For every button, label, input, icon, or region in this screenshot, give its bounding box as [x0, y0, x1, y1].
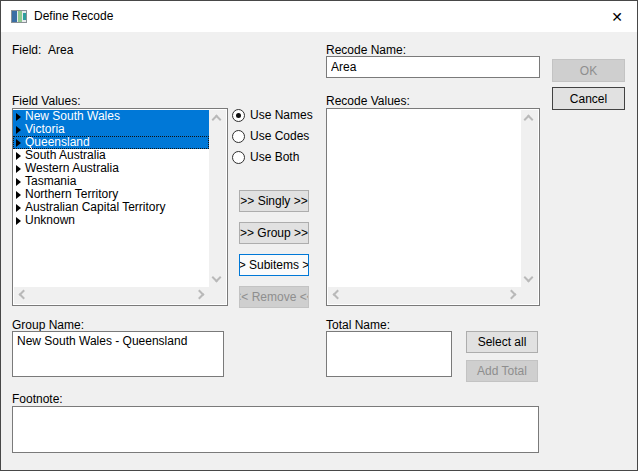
- radio-use-codes[interactable]: Use Codes: [232, 128, 309, 144]
- window-title: Define Recode: [34, 9, 113, 24]
- field-values-label: Field Values:: [12, 94, 80, 109]
- scroll-up-icon[interactable]: [524, 115, 534, 125]
- field-label: Field:: [12, 43, 41, 58]
- item-arrow-icon: [16, 139, 21, 147]
- list-item[interactable]: Australian Capital Territory: [13, 201, 209, 214]
- horizontal-scrollbar[interactable]: [14, 287, 209, 304]
- list-item[interactable]: Queensland: [13, 136, 209, 149]
- cancel-button[interactable]: Cancel: [552, 87, 625, 110]
- group-button[interactable]: >> Group >>: [239, 222, 309, 244]
- scroll-down-icon[interactable]: [524, 273, 534, 283]
- list-item[interactable]: Unknown: [13, 214, 209, 227]
- subitems-button[interactable]: >> Subitems >>: [239, 254, 309, 276]
- radio-use-both[interactable]: Use Both: [232, 149, 299, 165]
- title-bar[interactable]: Define Recode ✕: [1, 1, 637, 32]
- field-values-listbox[interactable]: New South Wales Victoria Queensland Sout…: [12, 108, 228, 306]
- item-arrow-icon: [16, 178, 21, 186]
- scroll-right-icon[interactable]: [195, 290, 205, 300]
- recode-values-listbox[interactable]: [326, 108, 540, 306]
- define-recode-dialog: Define Recode ✕ Field: Area Recode Name:…: [0, 0, 638, 471]
- list-item[interactable]: Western Australia: [13, 162, 209, 175]
- vertical-scrollbar[interactable]: [209, 110, 226, 287]
- total-name-input[interactable]: [326, 331, 452, 377]
- list-item[interactable]: Northern Territory: [13, 188, 209, 201]
- ok-button[interactable]: OK: [552, 59, 625, 82]
- field-value: Area: [48, 43, 73, 58]
- item-arrow-icon: [16, 152, 21, 160]
- radio-icon: [232, 109, 245, 122]
- recode-name-input[interactable]: [326, 56, 540, 78]
- item-arrow-icon: [16, 204, 21, 212]
- footnote-input[interactable]: [12, 406, 539, 453]
- item-arrow-icon: [16, 113, 21, 121]
- scroll-down-icon[interactable]: [212, 273, 222, 283]
- add-total-button[interactable]: Add Total: [466, 360, 538, 382]
- scroll-left-icon[interactable]: [333, 290, 343, 300]
- scroll-left-icon[interactable]: [19, 290, 29, 300]
- recode-values-label: Recode Values:: [326, 94, 410, 109]
- group-name-input[interactable]: New South Wales - Queensland: [12, 331, 224, 377]
- list-item[interactable]: Tasmania: [13, 175, 209, 188]
- list-item[interactable]: South Australia: [13, 149, 209, 162]
- field-values-items: New South Wales Victoria Queensland Sout…: [13, 110, 209, 227]
- horizontal-scrollbar[interactable]: [328, 287, 521, 304]
- item-arrow-icon: [16, 191, 21, 199]
- scroll-up-icon[interactable]: [212, 115, 222, 125]
- singly-button[interactable]: >> Singly >>: [239, 190, 309, 212]
- item-arrow-icon: [16, 126, 21, 134]
- app-icon: [11, 10, 27, 23]
- footnote-label: Footnote:: [12, 392, 63, 407]
- select-all-button[interactable]: Select all: [466, 331, 538, 353]
- remove-button[interactable]: << Remove <<: [239, 286, 309, 308]
- list-item[interactable]: Victoria: [13, 123, 209, 136]
- scroll-right-icon[interactable]: [507, 290, 517, 300]
- item-arrow-icon: [16, 217, 21, 225]
- radio-use-names[interactable]: Use Names: [232, 107, 313, 123]
- list-item[interactable]: New South Wales: [13, 110, 209, 123]
- radio-icon: [232, 151, 245, 164]
- close-icon[interactable]: ✕: [597, 1, 637, 32]
- item-arrow-icon: [16, 165, 21, 173]
- vertical-scrollbar[interactable]: [521, 110, 538, 287]
- radio-icon: [232, 130, 245, 143]
